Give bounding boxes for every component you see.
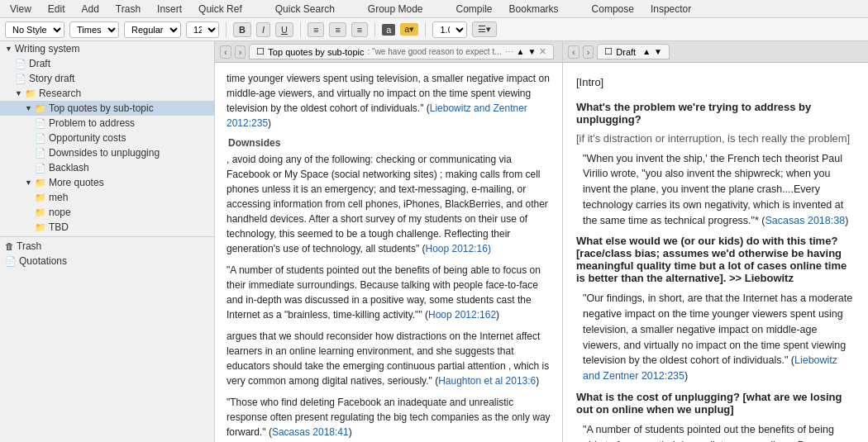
sidebar-item-label: Writing system <box>15 43 79 55</box>
rp-quote-2: "Our findings, in short, are that the In… <box>576 291 855 384</box>
folder-icon: 📁 <box>35 103 46 114</box>
rp-bracket-1: [if it's distraction or interruption, is… <box>576 132 855 145</box>
doc-icon: 📄 <box>35 148 46 159</box>
line-height-select[interactable]: 1.0 <box>432 21 467 38</box>
sidebar-item-label: Downsides to unplugging <box>49 147 160 159</box>
doc-icon: 📄 <box>35 133 46 144</box>
menu-bookmarks[interactable]: Bookmarks <box>506 2 562 16</box>
italic-button[interactable]: I <box>256 22 270 37</box>
menu-group-mode[interactable]: Group Mode <box>365 2 427 16</box>
sidebar: ▼ Writing system 📄 Draft 📄 Story draft ▼… <box>0 41 215 442</box>
center-panel: ‹ › ☐ Top quotes by sub-topic : "we have… <box>215 41 562 442</box>
sidebar-item-label: Top quotes by sub-topic <box>49 102 154 114</box>
sidebar-item-label: Backlash <box>49 162 89 173</box>
right-tab[interactable]: ☐ Draft ▲ ▼ <box>597 44 670 59</box>
nav-forward-button[interactable]: › <box>235 45 246 59</box>
list-button[interactable]: ☰▾ <box>472 21 497 37</box>
font-select[interactable]: Times <box>69 21 119 38</box>
sidebar-item-label: Trash <box>17 240 41 252</box>
doc-quote-3: "A number of students pointed out the be… <box>227 263 551 322</box>
doc-link-5[interactable]: Sacasas 2018:41 <box>272 426 349 438</box>
menu-quick-ref[interactable]: Quick Ref <box>195 2 246 16</box>
size-select[interactable]: 12 <box>186 21 219 38</box>
sidebar-item-label: Draft <box>29 58 50 69</box>
style-select[interactable]: No Style <box>5 21 64 38</box>
tab-menu-icon[interactable]: ⋯ <box>505 47 513 56</box>
sidebar-item-trash[interactable]: 🗑 Trash <box>0 239 214 254</box>
sidebar-item-nope[interactable]: 📁 nope <box>0 205 214 220</box>
text-color-button[interactable]: a <box>382 24 395 36</box>
sidebar-item-opportunity[interactable]: 📄 Opportunity costs <box>0 131 214 145</box>
rp-heading-1: What's the problem we're trying to addre… <box>576 101 855 126</box>
folder-icon: 📁 <box>35 222 46 233</box>
weight-select[interactable]: Regular <box>124 21 181 38</box>
rp-intro: [Intro] <box>576 74 855 91</box>
sidebar-item-backlash[interactable]: 📄 Backlash <box>0 160 214 175</box>
doc-link-4[interactable]: Haughton et al 2013:6 <box>438 375 536 387</box>
sep4 <box>425 22 426 37</box>
underline-button[interactable]: U <box>275 22 293 37</box>
arrow-icon: ▼ <box>25 104 32 112</box>
menu-trash[interactable]: Trash <box>112 2 144 16</box>
right-nav-forward-button[interactable]: › <box>583 45 594 59</box>
doc-icon: 📄 <box>15 59 26 69</box>
sep1 <box>226 22 227 37</box>
menu-compose[interactable]: Compose <box>589 2 637 16</box>
menu-edit[interactable]: Edit <box>45 2 69 16</box>
right-tab-checkbox[interactable]: ☐ <box>604 46 613 57</box>
folder-icon: 📁 <box>35 192 46 203</box>
doc-link-3[interactable]: Hoop 2012:162 <box>428 309 496 321</box>
tab-close-icon[interactable]: ✕ <box>539 46 546 57</box>
tab-chevron-up-icon[interactable]: ▲ <box>517 47 525 56</box>
menu-inspector[interactable]: Inspector <box>647 2 694 16</box>
downsides-title: Downsides <box>227 137 551 149</box>
tab-label: Top quotes by sub-topic <box>268 47 364 57</box>
rp-heading-2: What else would we (or our kids) do with… <box>576 235 855 284</box>
sidebar-item-draft[interactable]: 📄 Draft <box>0 56 214 71</box>
bold-button[interactable]: B <box>233 22 251 37</box>
doc-icon: 📄 <box>5 256 17 267</box>
sidebar-item-label: Problem to address <box>49 117 135 129</box>
arrow-icon: ▼ <box>5 45 12 53</box>
sidebar-item-tbd[interactable]: 📁 TBD <box>0 220 214 235</box>
sidebar-item-label: Research <box>39 88 81 99</box>
sidebar-item-downsides[interactable]: 📄 Downsides to unplugging <box>0 145 214 160</box>
center-panel-content: time younger viewers spent using televis… <box>215 63 562 442</box>
toolbar: No Style Times Regular 12 B I U ≡ ≡ ≡ a … <box>0 18 868 41</box>
sidebar-item-research[interactable]: ▼ 📁 Research <box>0 86 214 101</box>
sidebar-item-writing-system[interactable]: ▼ Writing system <box>0 41 214 56</box>
align-center-button[interactable]: ≡ <box>329 22 346 37</box>
doc-icon: 📄 <box>35 118 46 129</box>
sidebar-item-more-quotes[interactable]: ▼ 📁 More quotes <box>0 175 214 190</box>
sidebar-item-story-draft[interactable]: 📄 Story draft <box>0 71 214 86</box>
menu-compile[interactable]: Compile <box>453 2 496 16</box>
right-nav-back-button[interactable]: ‹ <box>568 45 579 59</box>
doc-link-2[interactable]: Hoop 2012:16) <box>425 243 490 254</box>
right-panel-content: [Intro] What's the problem we're trying … <box>563 63 868 442</box>
tab-subtitle: : "we have good reason to expect t... <box>368 47 502 56</box>
sidebar-item-meh[interactable]: 📁 meh <box>0 190 214 205</box>
menu-bar: View Edit Add Trash Insert Quick Ref Qui… <box>0 0 868 18</box>
menu-quick-search[interactable]: Quick Search <box>272 2 338 16</box>
align-right-button[interactable]: ≡ <box>351 22 368 37</box>
menu-insert[interactable]: Insert <box>154 2 185 16</box>
doc-quote-5: "Those who find deleting Facebook an ina… <box>227 395 551 440</box>
sidebar-item-top-quotes[interactable]: ▼ 📁 Top quotes by sub-topic <box>0 101 214 116</box>
menu-view[interactable]: View <box>7 2 35 16</box>
center-tab[interactable]: ☐ Top quotes by sub-topic : "we have goo… <box>249 44 554 59</box>
right-tab-chevron-up-icon[interactable]: ▲ <box>642 47 651 56</box>
sidebar-item-quotations[interactable]: 📄 Quotations <box>0 254 214 269</box>
right-tab-chevron-down-icon[interactable]: ▼ <box>654 47 662 56</box>
doc-quote-2: , avoid doing any of the following: chec… <box>227 152 551 256</box>
nav-back-button[interactable]: ‹ <box>220 45 231 59</box>
rp-heading-3: What is the cost of unplugging? [what ar… <box>576 391 855 416</box>
highlight-button[interactable]: a▾ <box>400 23 418 36</box>
sidebar-item-problem[interactable]: 📄 Problem to address <box>0 116 214 131</box>
folder-icon: 📁 <box>35 178 46 188</box>
arrow-icon: ▼ <box>15 89 22 97</box>
tab-chevron-down-icon[interactable]: ▼ <box>527 47 536 56</box>
align-left-button[interactable]: ≡ <box>308 22 324 37</box>
tab-checkbox[interactable]: ☐ <box>256 46 265 57</box>
rp-link-1[interactable]: Sacasas 2018:38 <box>765 215 846 226</box>
menu-add[interactable]: Add <box>78 2 102 16</box>
